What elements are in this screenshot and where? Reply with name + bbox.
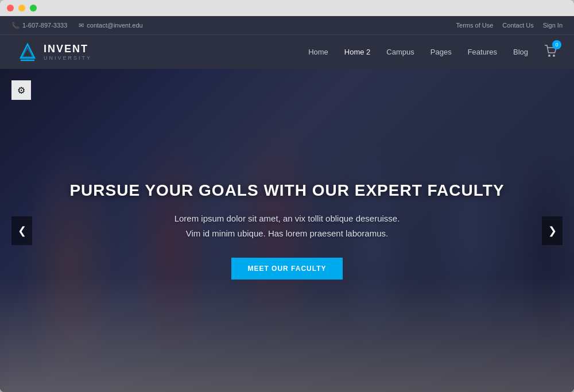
meet-faculty-button[interactable]: MEET OUR FACULTY	[231, 258, 342, 280]
hero-subtitle: Lorem ipsum dolor sit amet, an vix tolli…	[174, 211, 400, 240]
hero-title: PURSUE YOUR GOALS WITH OUR EXPERT FACULT…	[69, 181, 504, 200]
signin-link[interactable]: Sign In	[543, 22, 563, 29]
phone-number: 1-607-897-3333	[22, 22, 67, 29]
nav-pages[interactable]: Pages	[430, 48, 452, 56]
logo-icon	[17, 42, 38, 63]
terms-link[interactable]: Terms of Use	[456, 22, 494, 29]
nav-home2[interactable]: Home 2	[344, 48, 371, 56]
hero-subtitle-line1: Lorem ipsum dolor sit amet, an vix tolli…	[174, 214, 400, 223]
website: 📞 1-607-897-3333 ✉ contact@invent.edu Te…	[0, 16, 574, 392]
email-icon: ✉	[79, 22, 84, 29]
minimize-button[interactable]	[18, 5, 25, 11]
main-nav: INVENT UNIVERSITY Home Home 2 Campus Pag…	[0, 34, 574, 69]
next-slide-button[interactable]: ❯	[542, 216, 563, 245]
utility-left: 📞 1-607-897-3333 ✉ contact@invent.edu	[11, 22, 143, 29]
hero-section: ⚙ ❮ PURSUE YOUR GOALS WITH OUR EXPERT FA…	[0, 69, 574, 392]
nav-blog[interactable]: Blog	[513, 48, 528, 56]
chevron-right-icon: ❯	[548, 224, 557, 237]
utility-right: Terms of Use Contact Us Sign In	[456, 22, 563, 29]
svg-point-4	[553, 55, 555, 57]
chevron-left-icon: ❮	[18, 224, 26, 237]
contact-link[interactable]: Contact Us	[502, 22, 533, 29]
hero-content: PURSUE YOUR GOALS WITH OUR EXPERT FACULT…	[0, 69, 574, 392]
phone-info: 📞 1-607-897-3333	[11, 22, 67, 29]
close-button[interactable]	[7, 5, 14, 11]
svg-point-3	[548, 55, 550, 57]
mac-window: 📞 1-607-897-3333 ✉ contact@invent.edu Te…	[0, 0, 574, 392]
logo-area[interactable]: INVENT UNIVERSITY	[17, 42, 92, 63]
cart-badge: 0	[552, 40, 561, 49]
nav-features[interactable]: Features	[468, 48, 497, 56]
mac-titlebar	[0, 0, 574, 16]
hero-subtitle-line2: Vim id minim ubique. Has lorem praesent …	[186, 228, 388, 238]
logo-subtitle: UNIVERSITY	[44, 55, 92, 61]
gear-icon: ⚙	[17, 85, 25, 96]
phone-icon: 📞	[11, 22, 20, 29]
nav-campus[interactable]: Campus	[386, 48, 414, 56]
utility-bar: 📞 1-607-897-3333 ✉ contact@invent.edu Te…	[0, 16, 574, 34]
logo-name: INVENT	[44, 43, 92, 55]
settings-cog[interactable]: ⚙	[11, 80, 31, 100]
nav-home[interactable]: Home	[308, 48, 328, 56]
maximize-button[interactable]	[30, 5, 37, 11]
cart-button[interactable]: 0	[544, 45, 557, 60]
prev-slide-button[interactable]: ❮	[11, 216, 32, 245]
logo-text: INVENT UNIVERSITY	[44, 43, 92, 61]
email-info: ✉ contact@invent.edu	[79, 22, 142, 29]
nav-links: Home Home 2 Campus Pages Features Blog 0	[308, 45, 557, 60]
email-address: contact@invent.edu	[87, 22, 142, 29]
